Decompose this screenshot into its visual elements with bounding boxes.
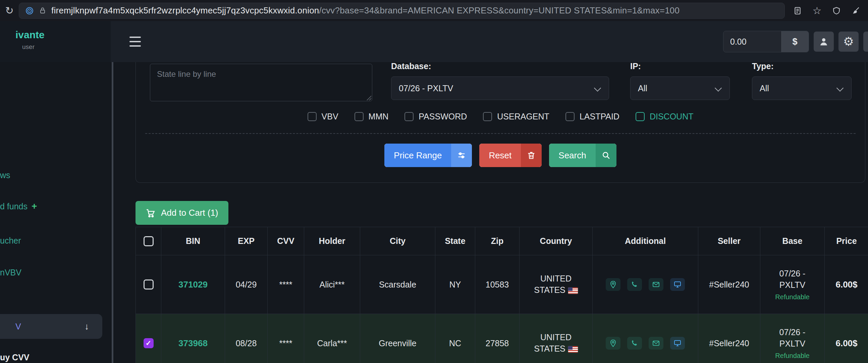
useragent-checkbox[interactable] (483, 112, 492, 121)
phone-icon[interactable] (627, 337, 642, 350)
lastpaid-checkbox-item: LASTPAID (565, 112, 619, 121)
header-partial-button[interactable] (863, 32, 868, 52)
lock-icon[interactable] (38, 7, 46, 15)
sidebar-scrollbar[interactable] (112, 62, 113, 363)
url-bar[interactable]: firemjlknpwf7a4m5xqck5rfr2wzrplcc4ymec5j… (19, 3, 785, 19)
cell-exp: 04/29 (225, 255, 268, 314)
state-textarea-wrap (150, 64, 372, 101)
refundable-badge: Refundable (775, 352, 809, 360)
currency-button[interactable]: $ (781, 31, 809, 52)
settings-button[interactable]: ⚙ (838, 32, 859, 52)
results-table: BIN EXP CVV Holder City State Zip Countr… (135, 227, 868, 363)
cart-icon (146, 208, 156, 218)
sidebar: ws d funds+ ucher nVBV V ↓ uy CVV RE-Ord… (0, 62, 111, 363)
sidebar-item-news[interactable]: ws (0, 169, 10, 181)
password-checkbox[interactable] (404, 112, 413, 121)
location-icon[interactable] (606, 337, 620, 350)
additional-icons (606, 337, 685, 350)
price-range-button[interactable]: Price Range (384, 144, 472, 167)
account-button[interactable] (814, 32, 834, 52)
database-field: Database: 07/26 - PXLTV (391, 61, 431, 71)
ip-label: IP: (630, 61, 641, 71)
lastpaid-checkbox[interactable] (565, 112, 575, 121)
cell-state: NC (435, 314, 475, 363)
brand-name: ivante (16, 29, 111, 40)
useragent-checkbox-item: USERAGENT (483, 112, 549, 121)
menu-toggle-button[interactable] (127, 35, 141, 48)
vbv-checkbox[interactable] (308, 112, 317, 121)
filter-checkbox-row: VBV MMN PASSWORD USERAGENT LASTPAID DISC… (136, 112, 865, 121)
refundable-badge: Refundable (775, 293, 809, 301)
chevron-down-icon (594, 85, 601, 92)
url-text: firemjlknpwf7a4m5xqck5rfr2wzrplcc4ymec5j… (51, 5, 680, 16)
range-sliders-icon (451, 144, 472, 167)
cell-seller: #Seller240 (698, 314, 760, 363)
bookmark-button[interactable]: ☆ (810, 3, 825, 18)
bin-link[interactable]: 373968 (179, 338, 208, 349)
header-cvv: CVV (268, 227, 304, 255)
sidebar-item-cvv[interactable]: V ↓ (0, 314, 102, 339)
dashed-divider (145, 133, 856, 134)
row-checkbox[interactable] (144, 279, 154, 290)
cell-price: 6.00$ (825, 255, 868, 314)
cell-holder: Carla*** (304, 314, 360, 363)
phone-icon[interactable] (627, 278, 642, 291)
us-flag-icon (568, 288, 578, 294)
shield-icon (832, 6, 841, 15)
useragent-icon[interactable] (670, 278, 685, 291)
useragent-icon[interactable] (670, 337, 685, 350)
sidebar-item-nonvbv[interactable]: nVBV (0, 266, 22, 278)
row-checkbox[interactable] (144, 338, 154, 348)
select-all-checkbox[interactable] (144, 236, 154, 246)
header-seller: Seller (698, 227, 760, 255)
add-to-cart-button[interactable]: Add to Cart (1) (135, 201, 228, 225)
header-zip: Zip (475, 227, 520, 255)
cell-exp: 08/28 (225, 314, 268, 363)
cell-cvv: **** (268, 314, 304, 363)
bin-link[interactable]: 371029 (179, 279, 208, 290)
table-row: 371029 04/29 **** Alici*** Scarsdale NY … (136, 255, 868, 314)
user-role-label: user (16, 43, 111, 51)
new-identity-button[interactable] (848, 3, 863, 18)
main-content: Database: 07/26 - PXLTV IP: All Type: Al… (135, 62, 868, 363)
state-input[interactable] (150, 64, 372, 101)
plus-icon: + (32, 201, 37, 212)
app-header: ivante user 0.00 $ ⚙ (0, 21, 868, 62)
email-icon[interactable] (649, 337, 663, 350)
header-holder: Holder (304, 227, 360, 255)
cell-base: 07/26 - PXLTV (766, 268, 819, 291)
discount-checkbox[interactable] (636, 112, 645, 121)
location-icon[interactable] (606, 278, 620, 291)
header-additional: Additional (593, 227, 698, 255)
search-button[interactable]: Search (549, 144, 616, 167)
cell-seller: #Seller240 (698, 255, 760, 314)
password-checkbox-item: PASSWORD (404, 112, 467, 121)
reload-icon: ↻ (5, 5, 13, 17)
reader-mode-button[interactable] (790, 3, 805, 18)
sidebar-item-add-funds[interactable]: d funds+ (0, 200, 37, 212)
new-identity-broom-icon (851, 6, 860, 15)
sidebar-item-voucher[interactable]: ucher (0, 235, 21, 247)
header-city: City (360, 227, 435, 255)
reload-button[interactable]: ↻ (2, 3, 17, 18)
menu-icon (129, 36, 141, 38)
header-state: State (435, 227, 475, 255)
ip-field: IP: All (630, 61, 641, 71)
reader-mode-icon (793, 6, 802, 15)
header-exp: EXP (225, 227, 268, 255)
reset-button[interactable]: Reset (479, 144, 542, 167)
database-select[interactable]: 07/26 - PXLTV (391, 77, 609, 100)
sidebar-item-buy-cvv[interactable]: uy CVV (0, 351, 30, 363)
type-select[interactable]: All (752, 77, 851, 100)
balance-widget[interactable]: 0.00 $ (723, 31, 809, 52)
ip-select[interactable]: All (630, 77, 730, 100)
cell-city: Scarsdale (360, 255, 435, 314)
chevron-down-icon (715, 85, 722, 92)
cell-city: Greenville (360, 314, 435, 363)
mmn-checkbox[interactable] (354, 112, 364, 121)
cell-country: UNITED STATES (529, 273, 583, 296)
security-level-button[interactable] (829, 3, 844, 18)
mmn-checkbox-item: MMN (354, 112, 389, 121)
person-icon (819, 36, 829, 47)
email-icon[interactable] (649, 278, 663, 291)
